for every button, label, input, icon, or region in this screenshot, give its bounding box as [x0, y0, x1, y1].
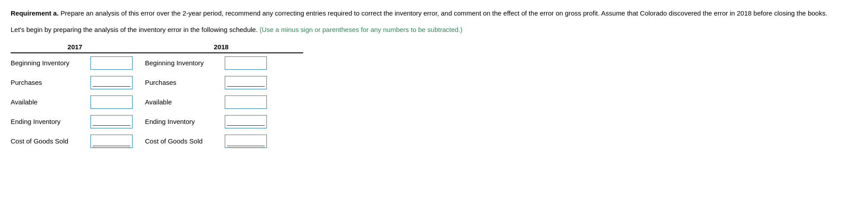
instruction-prefix: Let's begin by preparing the analysis of… — [11, 26, 258, 33]
input-2018-4[interactable] — [225, 135, 267, 148]
requirement-body: Prepare an analysis of this error over t… — [59, 9, 827, 17]
label-2018-4: Cost of Goods Sold — [145, 137, 225, 145]
table-row: Cost of Goods Sold Cost of Goods Sold — [11, 131, 321, 151]
label-2017-0: Beginning Inventory — [11, 59, 90, 67]
label-2018-3: Ending Inventory — [145, 118, 225, 125]
requirement-paragraph: Requirement a. Prepare an analysis of th… — [11, 8, 853, 18]
input-2018-3[interactable] — [225, 115, 267, 128]
label-2018-2: Available — [145, 98, 225, 106]
input-2017-2[interactable] — [90, 96, 133, 109]
label-2017-4: Cost of Goods Sold — [11, 137, 90, 145]
input-2017-0[interactable] — [90, 56, 133, 70]
input-2018-0[interactable] — [225, 56, 267, 70]
label-2018-0: Beginning Inventory — [145, 59, 225, 67]
instruction-line: Let's begin by preparing the analysis of… — [11, 24, 857, 35]
header-2017: 2017 — [11, 43, 139, 51]
label-2017-3: Ending Inventory — [11, 118, 90, 125]
label-2018-1: Purchases — [145, 79, 225, 86]
input-2018-1[interactable] — [225, 76, 267, 89]
schedule-table: 2017 2018 Beginning Inventory Beginning … — [11, 43, 321, 151]
schedule-header: 2017 2018 — [11, 43, 303, 53]
header-2018: 2018 — [139, 43, 303, 51]
input-2017-1[interactable] — [90, 76, 133, 89]
input-2017-4[interactable] — [90, 135, 133, 148]
table-row: Available Available — [11, 92, 321, 112]
label-2017-1: Purchases — [11, 79, 90, 86]
table-row: Beginning Inventory Beginning Inventory — [11, 53, 321, 73]
instruction-green: (Use a minus sign or parentheses for any… — [260, 26, 463, 33]
requirement-label: Requirement a. — [11, 9, 59, 17]
table-row: Ending Inventory Ending Inventory — [11, 112, 321, 131]
input-2017-3[interactable] — [90, 115, 133, 128]
table-row: Purchases Purchases — [11, 73, 321, 92]
label-2017-2: Available — [11, 98, 90, 106]
input-2018-2[interactable] — [225, 96, 267, 109]
